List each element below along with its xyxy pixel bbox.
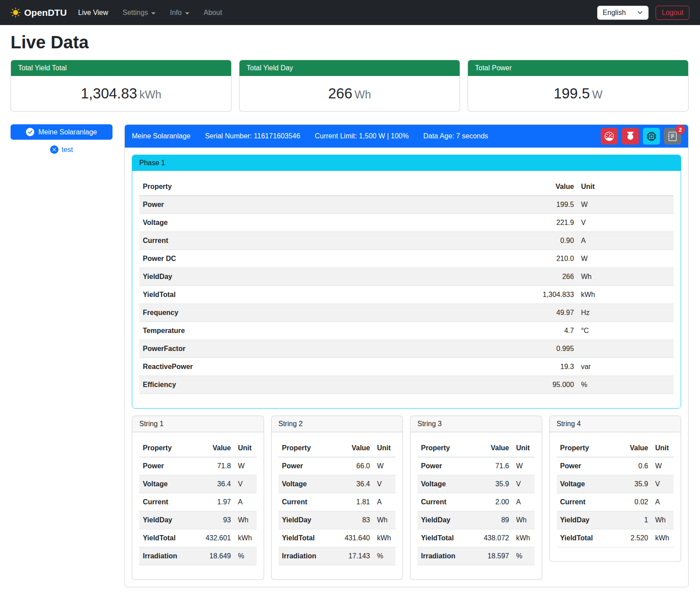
logout-button[interactable]: Logout [656,6,689,20]
value-cell: 1 [615,511,652,529]
value-cell: 266 [402,268,578,286]
column-header-property: Property [417,439,471,457]
table-row: Current1.97A [139,493,257,511]
table-row: YieldTotal1,304.833kWh [139,286,674,304]
value-cell: 66.0 [332,457,374,475]
property-cell: Current [557,493,615,511]
phase-panel: Phase 1 Property Value Unit Power199.5WV… [132,155,681,409]
table-row: Power0.6W [557,457,674,475]
table-row: Voltage36.4V [279,475,396,493]
nav-item-about[interactable]: About [204,9,222,17]
inverter-meta: Meine Solaranlage Serial Number: 1161716… [132,132,488,140]
table-row: Voltage221.9V [139,214,674,232]
event-log-button[interactable]: 2 [664,128,681,145]
value-cell: 93 [192,511,234,529]
property-cell: Current [139,493,192,511]
table-row: Current0.90A [139,232,674,250]
property-cell: Power [139,196,402,214]
table-row: Irradiation17.143% [279,547,396,565]
page-title: Live Data [11,33,689,52]
summary-card-title: Total Yield Day [239,60,460,76]
property-cell: Efficiency [139,376,402,394]
value-cell: 2.520 [615,529,652,547]
unit-cell: V [577,214,674,232]
string-card: String 1 Property Value Unit Power71.8WV… [132,416,264,580]
value-cell: 1.81 [332,493,374,511]
table-row: YieldDay93Wh [139,511,257,529]
nav-item-live-view[interactable]: Live View [78,9,108,17]
navbar: OpenDTU Live View Settings Info About En… [0,0,700,25]
property-cell: Power [139,457,192,475]
table-row: Voltage35.9V [557,475,674,493]
brand[interactable]: OpenDTU [11,7,67,18]
property-cell: Irradiation [279,547,332,565]
unit-cell: var [577,358,674,376]
table-row: YieldDay89Wh [417,511,535,529]
summary-value: 1,304.83 [81,85,137,101]
table-row: Power66.0W [279,457,396,475]
column-header-unit: Unit [374,439,395,457]
value-cell: 221.9 [402,214,578,232]
string-card: String 3 Property Value Unit Power71.6WV… [410,416,542,580]
unit-cell: A [652,493,674,511]
sidebar-item-test[interactable]: test [11,145,112,154]
sun-icon [11,7,21,18]
value-cell: 18.649 [192,547,234,565]
table-row: Voltage35.9V [417,475,535,493]
limit-settings-button[interactable] [601,128,618,145]
unit-cell: % [374,547,395,565]
navbar-right: English Logout [597,6,689,20]
table-row: Power DC210.0W [139,250,674,268]
value-cell: 0.6 [615,457,652,475]
unit-cell: Wh [374,511,395,529]
table-header-row: Property Value Unit [139,178,674,196]
value-cell: 36.4 [332,475,374,493]
table-header-row: Property Value Unit [557,439,674,457]
sidebar-item-meine-solaranlage[interactable]: Meine Solaranlage [11,124,112,140]
phase-table: Property Value Unit Power199.5WVoltage22… [139,178,674,394]
summary-unit: W [592,88,602,101]
value-cell: 1.97 [192,493,234,511]
nav-item-info[interactable]: Info [170,9,189,17]
unit-cell: A [513,493,535,511]
chevron-down-icon [637,10,643,15]
value-cell: 199.5 [402,196,578,214]
unit-cell: W [374,457,395,475]
strings-row: String 1 Property Value Unit Power71.8WV… [132,416,681,580]
power-toggle-button[interactable] [622,128,639,145]
language-select[interactable]: English [597,6,649,20]
property-cell: YieldTotal [279,529,332,547]
property-cell: YieldTotal [139,529,192,547]
property-cell: YieldDay [557,511,615,529]
property-cell: YieldTotal [417,529,471,547]
unit-cell: W [577,196,674,214]
table-header-row: Property Value Unit [417,439,535,457]
table-row: Current0.02A [557,493,674,511]
speedometer-icon [605,132,614,141]
page-container: Live Data Total Yield Total 1,304.83kWh … [0,33,700,593]
unit-cell: kWh [652,529,674,547]
unit-cell: W [652,457,674,475]
value-cell: 438.072 [471,529,512,547]
table-row: PowerFactor0.995 [139,340,674,358]
value-cell: 1,304.833 [402,286,578,304]
column-header-unit: Unit [577,178,674,196]
unit-cell: Wh [235,511,257,529]
value-cell: 0.995 [402,340,578,358]
column-header-property: Property [139,178,402,196]
unit-cell: V [235,475,257,493]
table-row: YieldDay266Wh [139,268,674,286]
inverter-sidebar: Meine Solaranlage test [11,124,112,154]
nav-item-settings[interactable]: Settings [123,9,156,17]
inverter-header: Meine Solaranlage Serial Number: 1161716… [125,125,688,148]
property-cell: YieldTotal [139,286,402,304]
value-cell: 2.00 [471,493,512,511]
unit-cell: Wh [513,511,535,529]
string-card-title: String 4 [550,416,681,432]
column-header-value: Value [471,439,512,457]
string-card: String 4 Property Value Unit Power0.6WVo… [549,416,682,562]
device-info-button[interactable] [643,128,660,145]
property-cell: Voltage [139,475,192,493]
string-card: String 2 Property Value Unit Power66.0WV… [271,416,403,580]
value-cell: 431.640 [332,529,374,547]
